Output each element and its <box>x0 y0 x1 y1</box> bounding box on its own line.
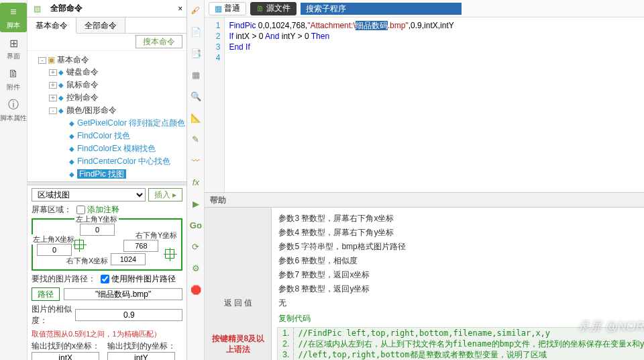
tree-folder-mouse[interactable]: 鼠标命令 <box>66 80 99 89</box>
tool-icon[interactable]: 📑 <box>190 47 202 59</box>
node-icon: ◆ <box>69 132 74 140</box>
script-icon: ≡ <box>6 5 21 19</box>
param-panel: 区域找图 插入 ▸ 屏幕区域： 添加注释 左上角Y坐标 左上角X坐标 右下角Y坐… <box>28 185 186 360</box>
tree-leaf-findcolor[interactable]: FindColor 找色 <box>77 131 130 140</box>
crosshair-icon[interactable] <box>74 240 84 249</box>
br-x-input[interactable] <box>111 253 146 265</box>
tree-leaf-findcolorex[interactable]: FindColorEx 模糊找色 <box>77 144 156 153</box>
node-icon: ◆ <box>58 81 64 89</box>
info-icon: ⓘ <box>6 97 21 112</box>
tl-x-label: 左上角X坐标 <box>32 234 76 244</box>
search-commands-button[interactable]: 搜本命令 <box>136 35 182 48</box>
tool-icon[interactable]: 📐 <box>190 111 202 124</box>
right-panel: 🖋 📄 📑 ▦ 🔍 📐 ✎ 〰 fx ▶ Go ⟳ ⚙ 🛑 ▦普通 🗎源文件 搜… <box>187 0 644 360</box>
subroutine-search[interactable]: 搜索子程序 <box>301 3 462 15</box>
tool-icon[interactable]: fx <box>190 176 202 188</box>
tl-y-input[interactable] <box>80 224 115 236</box>
add-comment-checkbox[interactable] <box>76 206 85 214</box>
code-editor[interactable]: 1234 FindPic 0,0,1024,768,"Attachment:\细… <box>205 17 644 192</box>
coordinate-picker: 左上角Y坐标 左上角X坐标 右下角Y坐标 右下角X坐标 <box>32 218 182 271</box>
expand-icon[interactable]: + <box>49 69 57 76</box>
panel-header: ▤ 全部命令 × <box>28 0 186 17</box>
tree-folder-keyboard[interactable]: 键盘命令 <box>66 67 99 77</box>
nav-props[interactable]: ⓘ脚本属性 <box>0 95 27 125</box>
node-icon: ◆ <box>69 171 74 178</box>
tool-icon[interactable]: ⚙ <box>190 262 202 274</box>
tool-icon[interactable]: ▦ <box>190 69 202 81</box>
help-param: 参数7 整数型，返回x坐标 <box>272 268 644 282</box>
tree-leaf-findpic[interactable]: FindPic 找图 <box>77 169 126 179</box>
view-source-button[interactable]: 🗎源文件 <box>250 2 297 15</box>
help-panel: 帮助 返 回 值 按键精灵8及以上语法 参数3 整数型，屏幕右下角x坐标 参数4… <box>205 192 644 360</box>
command-tree[interactable]: -▣基本命令 +◆键盘命令 +◆鼠标命令 +◆控制命令 -◆颜色/图形命令 ◆G… <box>28 51 186 181</box>
attach-icon: 🗎 <box>6 66 21 81</box>
sim-input[interactable] <box>75 309 182 321</box>
node-icon: ◆ <box>58 94 64 101</box>
help-param: 参数3 整数型，屏幕右下角x坐标 <box>272 212 644 226</box>
panel-icon: ▤ <box>30 2 44 15</box>
tool-icon[interactable]: 🔍 <box>190 90 202 102</box>
command-search-row: 搜本命令 <box>28 34 186 51</box>
use-attach-checkbox[interactable] <box>101 275 109 283</box>
screen-label: 屏幕区域： <box>32 204 72 216</box>
nav-script[interactable]: ≡脚本 <box>0 3 27 32</box>
tool-icon[interactable]: 🛑 <box>190 283 202 296</box>
tool-icon[interactable]: ⟳ <box>190 240 202 253</box>
expand-icon[interactable]: - <box>38 57 46 64</box>
tool-icon[interactable]: Go <box>190 219 202 231</box>
outx-input[interactable] <box>32 352 99 360</box>
help-tab[interactable]: 帮助 <box>205 193 644 208</box>
tree-folder-color[interactable]: 颜色/图形命令 <box>66 105 117 115</box>
tool-icon[interactable]: 📄 <box>190 26 202 38</box>
expand-icon[interactable]: + <box>49 95 57 101</box>
node-icon: ◆ <box>69 145 74 152</box>
command-tabs: 基本命令 全部命令 <box>28 17 186 34</box>
line-gutter: 1234 <box>205 17 225 192</box>
sim-note: 取值范围从0.5到1之间，1为精确匹配） <box>32 329 182 339</box>
br-y-input[interactable] <box>123 240 158 252</box>
tree-root[interactable]: 基本命令 <box>57 55 89 64</box>
mode-select[interactable]: 区域找图 <box>32 188 146 201</box>
tab-basic-commands[interactable]: 基本命令 <box>28 17 76 34</box>
tl-x-input[interactable] <box>37 244 72 256</box>
copy-code-link[interactable]: 复制代码 <box>272 310 644 327</box>
help-param: 参数5 字符串型，bmp格式图片路径 <box>272 240 644 254</box>
tree-leaf-findcentercolor[interactable]: FindCenterColor 中心找色 <box>77 156 170 166</box>
tree-folder-control[interactable]: 控制命令 <box>66 93 99 102</box>
return-value-label: 返 回 值 <box>224 298 253 309</box>
sim-label: 图片的相似度： <box>32 304 72 326</box>
tl-y-label: 左上角Y坐标 <box>74 214 119 224</box>
folder-icon: ▣ <box>48 55 55 64</box>
code-area: ▦普通 🗎源文件 搜索子程序 1234 FindPic 0,0,1024,768… <box>205 0 644 192</box>
node-icon: ◆ <box>58 69 64 76</box>
outy-input[interactable] <box>107 352 175 360</box>
command-panel: ▤ 全部命令 × 基本命令 全部命令 搜本命令 -▣基本命令 +◆键盘命令 +◆… <box>28 0 187 360</box>
view-normal-button[interactable]: ▦普通 <box>209 2 246 15</box>
nav-attach[interactable]: 🗎附件 <box>0 64 27 94</box>
close-icon[interactable]: × <box>178 4 182 13</box>
return-none: 无 <box>272 296 644 310</box>
code-body[interactable]: FindPic 0,0,1024,768,"Attachment:\细品数码.b… <box>225 17 644 192</box>
insert-button[interactable]: 插入 ▸ <box>148 188 182 201</box>
panel-title: 全部命令 <box>46 3 87 14</box>
node-icon: ◆ <box>69 158 74 165</box>
tool-icon[interactable]: 🖋 <box>190 4 202 16</box>
br-y-label: 右下角Y坐标 <box>134 230 178 240</box>
path-input[interactable] <box>64 288 182 300</box>
tree-leaf-getpixelcolor[interactable]: GetPixelColor 得到指定点颜色 <box>77 118 185 128</box>
help-param: 参数6 整数型，相似度 <box>272 254 644 268</box>
ui-icon: ⊞ <box>6 36 21 50</box>
outx-label: 输出找到的x坐标： <box>32 341 105 352</box>
outy-label: 输出找到的y坐标： <box>107 341 180 352</box>
tab-all-commands[interactable]: 全部命令 <box>76 17 125 33</box>
nav-ui[interactable]: ⊞界面 <box>0 34 27 63</box>
crosshair-icon[interactable] <box>165 249 174 259</box>
expand-icon[interactable]: - <box>49 107 57 114</box>
expand-icon[interactable]: + <box>49 82 57 89</box>
tool-icon[interactable]: ▶ <box>190 197 202 210</box>
tool-icon[interactable]: ✎ <box>190 133 202 145</box>
path-button[interactable]: 路径 <box>32 287 60 301</box>
help-content[interactable]: 参数3 整数型，屏幕右下角x坐标 参数4 整数型，屏幕右下角y坐标 参数5 字符… <box>272 208 644 360</box>
tool-icon[interactable]: 〰 <box>190 154 202 167</box>
help-left: 返 回 值 按键精灵8及以上语法 <box>205 208 272 360</box>
